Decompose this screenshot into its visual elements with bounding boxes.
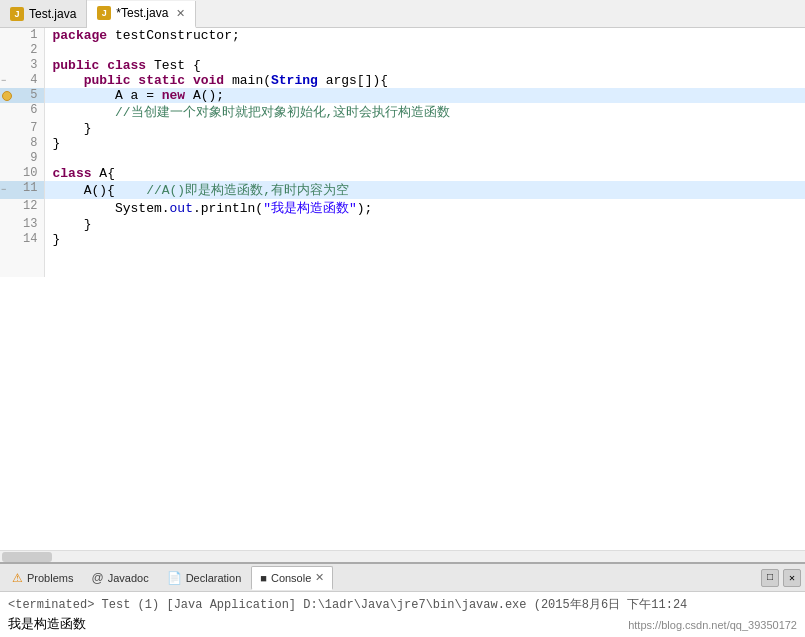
- line-number-pad: [0, 247, 44, 262]
- code-line-3: 3 public class Test {: [0, 58, 805, 73]
- tab-declaration-label: Declaration: [186, 572, 242, 584]
- line-number-2: 2: [0, 43, 44, 58]
- code-content-7[interactable]: }: [44, 121, 805, 136]
- code-line-12: 12 System.out.println("我是构造函数");: [0, 199, 805, 217]
- code-line-10: 10 class A{: [0, 166, 805, 181]
- line-number-4: 4−: [0, 73, 44, 88]
- line-number-7: 7: [0, 121, 44, 136]
- line-number-1: 1: [0, 28, 44, 43]
- code-line-11: 11− A(){ //A()即是构造函数,有时内容为空: [0, 181, 805, 199]
- code-line-pad1: [0, 247, 805, 262]
- code-table: 1 package testConstructor; 2 3 public cl…: [0, 28, 805, 277]
- tab-declaration[interactable]: 📄 Declaration: [159, 566, 250, 590]
- bottom-tab-bar: ⚠ Problems @ Javadoc 📄 Declaration ■ Con…: [0, 564, 805, 592]
- tab-label-1: Test.java: [29, 7, 76, 21]
- code-line-pad2: [0, 262, 805, 277]
- code-content-14[interactable]: }: [44, 232, 805, 247]
- tab-problems[interactable]: ⚠ Problems: [4, 566, 81, 590]
- code-content-8[interactable]: }: [44, 136, 805, 151]
- code-line-9: 9: [0, 151, 805, 166]
- line-number-10: 10: [0, 166, 44, 181]
- bottom-panel-controls: □ ✕: [761, 569, 801, 587]
- code-content-1[interactable]: package testConstructor;: [44, 28, 805, 43]
- declaration-icon: 📄: [167, 571, 182, 585]
- tab-test2[interactable]: J *Test.java ✕: [87, 1, 196, 28]
- line-number-8: 8: [0, 136, 44, 151]
- code-content-13[interactable]: }: [44, 217, 805, 232]
- code-content-5[interactable]: A a = new A();: [44, 88, 805, 103]
- code-line-8: 8 }: [0, 136, 805, 151]
- code-content-9[interactable]: [44, 151, 805, 166]
- code-line-13: 13 }: [0, 217, 805, 232]
- tab-console-label: Console: [271, 572, 311, 584]
- code-line-4: 4− public static void main(String args[]…: [0, 73, 805, 88]
- java-file-icon-2: J: [97, 6, 111, 20]
- code-line-5: 5 A a = new A();: [0, 88, 805, 103]
- minimize-button[interactable]: □: [761, 569, 779, 587]
- code-line-7: 7 }: [0, 121, 805, 136]
- tab-javadoc-label: Javadoc: [108, 572, 149, 584]
- code-content-6[interactable]: //当创建一个对象时就把对象初始化,这时会执行构造函数: [44, 103, 805, 121]
- line-number-13: 13: [0, 217, 44, 232]
- code-line-2: 2: [0, 43, 805, 58]
- code-content-pad: [44, 247, 805, 262]
- bottom-panel: ⚠ Problems @ Javadoc 📄 Declaration ■ Con…: [0, 562, 805, 637]
- console-terminated-text: <terminated> Test (1) [Java Application]…: [8, 596, 797, 613]
- line-number-3: 3: [0, 58, 44, 73]
- csdn-url: https://blog.csdn.net/qq_39350172: [628, 619, 797, 631]
- line-number-9: 9: [0, 151, 44, 166]
- code-content-pad2: [44, 262, 805, 277]
- tab-label-2: *Test.java: [116, 6, 168, 20]
- console-close-symbol: ✕: [315, 571, 324, 584]
- close-panel-button[interactable]: ✕: [783, 569, 801, 587]
- tab-problems-label: Problems: [27, 572, 73, 584]
- tab-close-button[interactable]: ✕: [176, 7, 185, 20]
- line-number-14: 14: [0, 232, 44, 247]
- code-editor[interactable]: 1 package testConstructor; 2 3 public cl…: [0, 28, 805, 550]
- code-line-14: 14 }: [0, 232, 805, 247]
- code-content-12[interactable]: System.out.println("我是构造函数");: [44, 199, 805, 217]
- line-number-6: 6: [0, 103, 44, 121]
- code-content-11[interactable]: A(){ //A()即是构造函数,有时内容为空: [44, 181, 805, 199]
- line-number-5: 5: [0, 88, 44, 103]
- code-line-1: 1 package testConstructor;: [0, 28, 805, 43]
- tab-console[interactable]: ■ Console ✕: [251, 566, 333, 590]
- code-content-3[interactable]: public class Test {: [44, 58, 805, 73]
- code-content-10[interactable]: class A{: [44, 166, 805, 181]
- javadoc-icon: @: [91, 571, 103, 585]
- problems-icon: ⚠: [12, 571, 23, 585]
- tab-test1[interactable]: J Test.java: [0, 0, 87, 27]
- horizontal-scrollbar[interactable]: [0, 550, 805, 562]
- code-line-6: 6 //当创建一个对象时就把对象初始化,这时会执行构造函数: [0, 103, 805, 121]
- tab-javadoc[interactable]: @ Javadoc: [83, 566, 156, 590]
- code-content-2[interactable]: [44, 43, 805, 58]
- java-file-icon: J: [10, 7, 24, 21]
- console-icon: ■: [260, 572, 267, 584]
- line-number-pad2: [0, 262, 44, 277]
- code-content-4[interactable]: public static void main(String args[]){: [44, 73, 805, 88]
- line-number-11: 11−: [0, 181, 44, 199]
- line-number-12: 12: [0, 199, 44, 217]
- tab-bar: J Test.java J *Test.java ✕: [0, 0, 805, 28]
- console-content-wrapper: <terminated> Test (1) [Java Application]…: [0, 592, 805, 637]
